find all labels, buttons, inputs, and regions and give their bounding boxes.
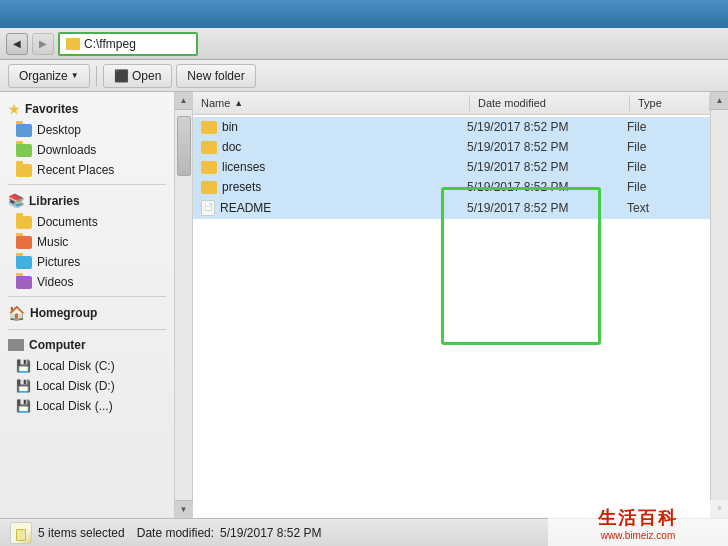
- address-bar-row: ◀ ▶ C:\ffmpeg: [0, 28, 728, 60]
- col-type-label: Type: [638, 97, 662, 109]
- file-type: File: [627, 160, 702, 174]
- recent-folder-icon: [16, 164, 32, 177]
- drive-d-icon: 💾: [16, 379, 31, 393]
- file-type: File: [627, 140, 702, 154]
- new-folder-label: New folder: [187, 69, 244, 83]
- table-row[interactable]: licenses 5/19/2017 8:52 PM File: [193, 157, 710, 177]
- libraries-section: 📚 Libraries Documents Music Pictures Vid…: [0, 189, 174, 292]
- new-folder-button[interactable]: New folder: [176, 64, 255, 88]
- file-date: 5/19/2017 8:52 PM: [467, 201, 622, 215]
- documents-icon: [16, 216, 32, 229]
- scroll-thumb[interactable]: [177, 116, 191, 176]
- status-items-text: 5 items selected: [38, 526, 125, 540]
- file-name: bin: [222, 120, 462, 134]
- drive-c-label: Local Disk (C:): [36, 359, 115, 373]
- forward-button[interactable]: ▶: [32, 33, 54, 55]
- folder-icon: [201, 181, 217, 194]
- sidebar-item-music[interactable]: Music: [0, 232, 174, 252]
- organize-chevron: ▼: [71, 71, 79, 80]
- table-row[interactable]: presets 5/19/2017 8:52 PM File: [193, 177, 710, 197]
- videos-icon: [16, 276, 32, 289]
- libraries-header[interactable]: 📚 Libraries: [0, 189, 174, 212]
- back-button[interactable]: ◀: [6, 33, 28, 55]
- toolbar: Organize ▼ ⬛ Open New folder: [0, 60, 728, 92]
- sidebar-item-pictures[interactable]: Pictures: [0, 252, 174, 272]
- folder-icon: [201, 141, 217, 154]
- open-button[interactable]: ⬛ Open: [103, 64, 173, 88]
- music-icon: [16, 236, 32, 249]
- favorites-label: Favorites: [25, 102, 78, 116]
- favorites-header[interactable]: ★ Favorites: [0, 98, 174, 120]
- organize-label: Organize: [19, 69, 68, 83]
- divider-2: [8, 296, 166, 297]
- homegroup-header[interactable]: 🏠 Homegroup: [0, 301, 174, 325]
- watermark: 生活百科 www.bimeiz.com: [548, 500, 728, 546]
- pictures-icon: [16, 256, 32, 269]
- sidebar-item-drive-e[interactable]: 💾 Local Disk (...): [0, 396, 174, 416]
- computer-section: Computer 💾 Local Disk (C:) 💾 Local Disk …: [0, 334, 174, 416]
- file-type: Text: [627, 201, 702, 215]
- library-icon: 📚: [8, 193, 24, 208]
- folder-icon: [201, 121, 217, 134]
- file-date: 5/19/2017 8:52 PM: [467, 140, 622, 154]
- organize-button[interactable]: Organize ▼: [8, 64, 90, 88]
- file-list: bin 5/19/2017 8:52 PM File doc 5/19/2017…: [193, 115, 710, 221]
- col-name-label: Name: [201, 97, 230, 109]
- address-folder-icon: [66, 38, 80, 50]
- file-date: 5/19/2017 8:52 PM: [467, 160, 622, 174]
- address-text: C:\ffmpeg: [84, 37, 136, 51]
- scroll-up-arrow[interactable]: ▲: [175, 92, 193, 110]
- watermark-url: www.bimeiz.com: [601, 530, 675, 541]
- drive-e-label: Local Disk (...): [36, 399, 113, 413]
- drive-e-icon: 💾: [16, 399, 31, 413]
- downloads-folder-icon: [16, 144, 32, 157]
- col-type-header[interactable]: Type: [630, 95, 710, 111]
- desktop-folder-icon: [16, 124, 32, 137]
- pictures-label: Pictures: [37, 255, 80, 269]
- sidebar-item-documents[interactable]: Documents: [0, 212, 174, 232]
- status-icon: [10, 522, 32, 544]
- status-date-label: Date modified:: [137, 526, 214, 540]
- file-type: File: [627, 120, 702, 134]
- sidebar-item-desktop[interactable]: Desktop: [0, 120, 174, 140]
- col-name-sort: ▲: [234, 98, 243, 108]
- table-row[interactable]: bin 5/19/2017 8:52 PM File: [193, 117, 710, 137]
- content-header: Name ▲ Date modified Type: [193, 92, 710, 115]
- sidebar-item-downloads[interactable]: Downloads: [0, 140, 174, 160]
- right-scrollbar[interactable]: ▲ ▼: [710, 92, 728, 518]
- file-name: licenses: [222, 160, 462, 174]
- table-row[interactable]: doc 5/19/2017 8:52 PM File: [193, 137, 710, 157]
- scroll-track[interactable]: [175, 110, 192, 500]
- file-icon: 📄: [201, 200, 215, 216]
- divider-3: [8, 329, 166, 330]
- sidebar: ★ Favorites Desktop Downloads Recent Pla…: [0, 92, 175, 518]
- file-name: README: [220, 201, 462, 215]
- col-name-header[interactable]: Name ▲: [193, 95, 470, 111]
- title-bar: [0, 0, 728, 28]
- content-pane: Name ▲ Date modified Type bin 5/19/2017 …: [193, 92, 710, 518]
- drive-c-icon: 💾: [16, 359, 31, 373]
- right-scroll-track[interactable]: [711, 110, 728, 500]
- sidebar-item-videos[interactable]: Videos: [0, 272, 174, 292]
- file-date: 5/19/2017 8:52 PM: [467, 120, 622, 134]
- file-name: doc: [222, 140, 462, 154]
- computer-header[interactable]: Computer: [0, 334, 174, 356]
- sidebar-item-recent[interactable]: Recent Places: [0, 160, 174, 180]
- sidebar-item-drive-d[interactable]: 💾 Local Disk (D:): [0, 376, 174, 396]
- scroll-down-arrow[interactable]: ▼: [175, 500, 193, 518]
- main-area: ★ Favorites Desktop Downloads Recent Pla…: [0, 92, 728, 518]
- col-date-header[interactable]: Date modified: [470, 95, 630, 111]
- status-date-value: 5/19/2017 8:52 PM: [220, 526, 321, 540]
- table-row[interactable]: 📄 README 5/19/2017 8:52 PM Text: [193, 197, 710, 219]
- left-scrollbar[interactable]: ▲ ▼: [175, 92, 193, 518]
- documents-label: Documents: [37, 215, 98, 229]
- file-type: File: [627, 180, 702, 194]
- watermark-zh: 生活百科: [598, 506, 678, 530]
- open-label: ⬛ Open: [114, 69, 162, 83]
- downloads-label: Downloads: [37, 143, 96, 157]
- homegroup-section: 🏠 Homegroup: [0, 301, 174, 325]
- folder-icon: [201, 161, 217, 174]
- right-scroll-up[interactable]: ▲: [711, 92, 729, 110]
- sidebar-item-drive-c[interactable]: 💾 Local Disk (C:): [0, 356, 174, 376]
- address-box[interactable]: C:\ffmpeg: [58, 32, 198, 56]
